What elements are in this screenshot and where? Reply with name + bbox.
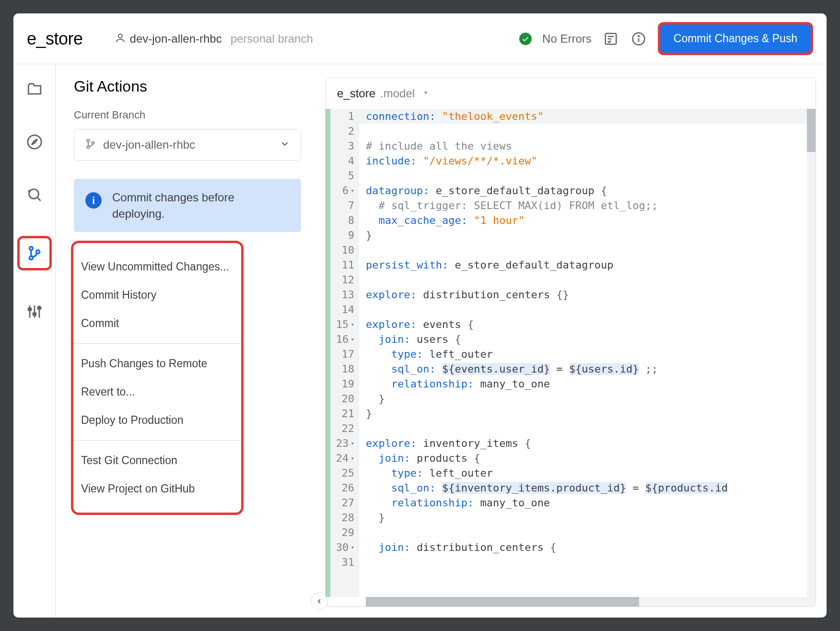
editor-tab[interactable]: e_store.model: [326, 78, 816, 109]
gutter-line: 7: [334, 198, 354, 213]
info-banner-text: Commit changes before deploying.: [112, 189, 290, 222]
gutter-line: 12: [334, 272, 354, 287]
fold-caret-icon[interactable]: ▾: [350, 183, 354, 198]
code-line[interactable]: relationship: many_to_one: [359, 495, 807, 510]
code-line[interactable]: [359, 124, 807, 139]
scrollbar-thumb[interactable]: [366, 597, 639, 607]
tab-extension: .model: [380, 87, 415, 100]
icon-rail: [13, 64, 56, 618]
code-line[interactable]: # include all the views: [359, 139, 807, 153]
editor-card: e_store.model 123456▾789101112131415▾16▾…: [325, 78, 816, 607]
gutter-line: 1: [334, 109, 354, 124]
code-line[interactable]: [359, 555, 807, 570]
code-line[interactable]: [359, 243, 807, 257]
divider: [73, 440, 241, 441]
info-icon[interactable]: [630, 30, 647, 47]
fold-caret-icon[interactable]: ▾: [350, 451, 354, 466]
action-view-uncommitted[interactable]: View Uncommitted Changes...: [73, 253, 241, 281]
gutter-line: 2: [334, 124, 354, 139]
gutter-line: 15▾: [334, 317, 354, 332]
code-line[interactable]: join: products {: [359, 451, 807, 466]
gutter-line: 25: [334, 466, 354, 480]
gutter-line: 24▾: [334, 451, 354, 466]
gutter-line: 6▾: [334, 183, 354, 198]
action-revert[interactable]: Revert to...: [73, 378, 241, 406]
code-line[interactable]: explore: inventory_items {: [359, 436, 807, 451]
action-commit-history[interactable]: Commit History: [73, 281, 241, 309]
code-lines[interactable]: connection: "thelook_events" # include a…: [359, 109, 807, 597]
code-line[interactable]: join: users {: [359, 332, 807, 347]
info-circle-icon: i: [85, 192, 102, 209]
code-line[interactable]: [359, 168, 807, 183]
action-deploy[interactable]: Deploy to Production: [73, 406, 241, 434]
code-line[interactable]: max_cache_age: "1 hour": [359, 213, 807, 228]
svg-line-8: [37, 198, 40, 201]
code-line[interactable]: [359, 302, 807, 317]
gutter-line: 3: [334, 139, 354, 153]
gutter-line: 16▾: [334, 332, 354, 347]
svg-rect-15: [28, 308, 31, 310]
code-line[interactable]: type: left_outer: [359, 347, 807, 362]
action-test-git[interactable]: Test Git Connection: [73, 446, 241, 475]
fold-caret-icon[interactable]: ▾: [350, 540, 354, 555]
editor-pane: e_store.model 123456▾789101112131415▾16▾…: [319, 64, 827, 618]
code-line[interactable]: join: distribution_centers {: [359, 540, 807, 555]
gutter-line: 22: [334, 421, 354, 436]
code-line[interactable]: datagroup: e_store_default_datagroup {: [359, 183, 807, 198]
code-line[interactable]: [359, 272, 807, 287]
gutter-line: 13: [334, 287, 354, 302]
svg-point-10: [29, 256, 33, 259]
action-push-remote[interactable]: Push Changes to Remote: [73, 350, 241, 378]
gutter-line: 17: [334, 347, 354, 362]
fold-caret-icon[interactable]: ▾: [350, 317, 354, 332]
code-line[interactable]: sql_on: ${events.user_id} = ${users.id} …: [359, 362, 807, 376]
gutter-line: 14: [334, 302, 354, 317]
commit-push-button[interactable]: Commit Changes & Push: [658, 22, 813, 55]
action-view-github[interactable]: View Project on GitHub: [73, 475, 241, 503]
settings-icon[interactable]: [23, 300, 46, 323]
branch-select[interactable]: dev-jon-allen-rhbc: [74, 129, 301, 161]
vertical-scrollbar[interactable]: [807, 109, 816, 597]
svg-point-9: [29, 247, 33, 250]
code-line[interactable]: persist_with: e_store_default_datagroup: [359, 257, 807, 272]
gutter-line: 29: [334, 525, 354, 540]
code-line[interactable]: include: "/views/**/*.view": [359, 153, 807, 168]
code-line[interactable]: sql_on: ${inventory_items.product_id} = …: [359, 480, 807, 495]
code-line[interactable]: type: left_outer: [359, 466, 807, 480]
code-line[interactable]: relationship: many_to_one: [359, 376, 807, 391]
code-line[interactable]: }: [359, 228, 807, 243]
code-line[interactable]: }: [359, 510, 807, 525]
gutter-line: 9: [334, 228, 354, 243]
gutter: 123456▾789101112131415▾16▾17181920212223…: [330, 109, 359, 597]
hscroll-row: [326, 597, 816, 607]
action-commit[interactable]: Commit: [73, 309, 241, 338]
gutter-line: 18: [334, 362, 354, 376]
gutter-line: 8: [334, 213, 354, 228]
code-line[interactable]: [359, 421, 807, 436]
search-icon[interactable]: [23, 183, 46, 206]
fold-caret-icon[interactable]: ▾: [350, 436, 354, 451]
horizontal-scrollbar[interactable]: [366, 597, 807, 607]
body: Git Actions Current Branch dev-jon-allen…: [13, 64, 827, 618]
validation-list-icon[interactable]: [602, 30, 619, 47]
compass-icon[interactable]: [23, 130, 46, 153]
code-line[interactable]: }: [359, 391, 807, 406]
code-line[interactable]: # sql_trigger: SELECT MAX(id) FROM etl_l…: [359, 198, 807, 213]
gutter-line: 19: [334, 376, 354, 391]
svg-point-7: [29, 189, 38, 199]
gutter-line: 5: [334, 168, 354, 183]
code-area[interactable]: 123456▾789101112131415▾16▾17181920212223…: [326, 109, 816, 597]
svg-rect-17: [38, 307, 41, 309]
gutter-line: 26: [334, 480, 354, 495]
scrollbar-thumb[interactable]: [807, 109, 816, 152]
branch-info: dev-jon-allen-rhbc personal branch: [115, 32, 313, 46]
files-icon[interactable]: [23, 78, 46, 101]
code-line[interactable]: }: [359, 406, 807, 421]
git-icon[interactable]: [17, 236, 52, 270]
code-line[interactable]: [359, 525, 807, 540]
gutter-line: 11: [334, 257, 354, 272]
code-line[interactable]: explore: events {: [359, 317, 807, 332]
fold-caret-icon[interactable]: ▾: [350, 332, 354, 347]
code-line[interactable]: explore: distribution_centers {}: [359, 287, 807, 302]
code-line[interactable]: connection: "thelook_events": [359, 109, 807, 124]
